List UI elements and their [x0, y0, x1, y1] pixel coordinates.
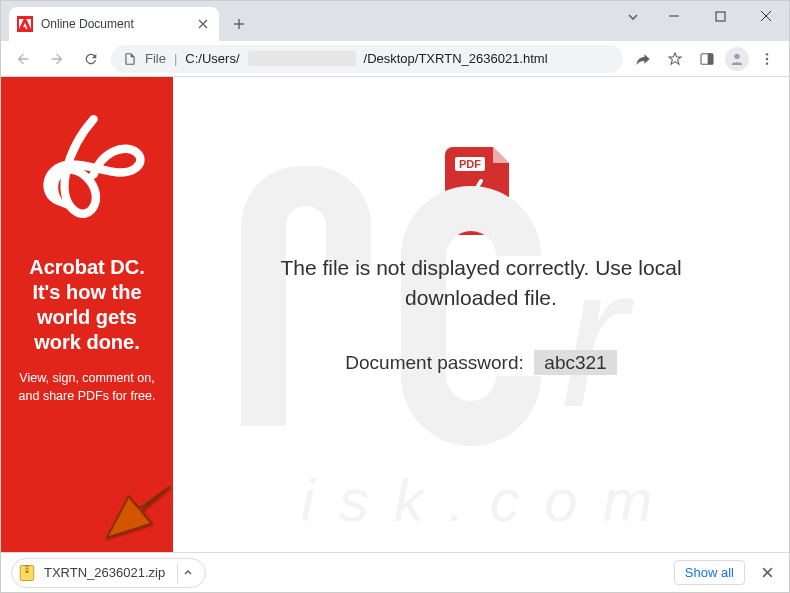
svg-rect-0: [716, 12, 725, 21]
close-shelf-button[interactable]: [755, 561, 779, 585]
svg-point-5: [766, 57, 768, 59]
svg-text:PDF: PDF: [459, 158, 481, 170]
side-panel-icon[interactable]: [693, 45, 721, 73]
profile-avatar[interactable]: [725, 47, 749, 71]
file-icon: [123, 52, 137, 66]
zip-file-icon: [18, 564, 36, 582]
minimize-button[interactable]: [651, 1, 697, 31]
svg-rect-13: [26, 567, 29, 568]
new-tab-button[interactable]: [225, 10, 253, 38]
browser-titlebar: Online Document: [1, 1, 789, 41]
download-item[interactable]: TXRTN_2636021.zip: [11, 558, 206, 588]
reload-button[interactable]: [77, 45, 105, 73]
svg-point-3: [734, 53, 739, 58]
adobe-sidebar: Acrobat DC. It's how the world gets work…: [1, 77, 173, 554]
annotation-arrow-icon: [91, 470, 181, 560]
document-area: r i s k . c o m PDF The file is not disp…: [173, 77, 789, 554]
close-icon[interactable]: [195, 16, 211, 32]
sidebar-subtext: View, sign, comment on, and share PDFs f…: [13, 369, 161, 405]
pdf-file-icon: PDF: [445, 147, 517, 235]
back-button[interactable]: [9, 45, 37, 73]
bookmark-icon[interactable]: [661, 45, 689, 73]
show-all-button[interactable]: Show all: [674, 560, 745, 585]
page-content: Acrobat DC. It's how the world gets work…: [1, 77, 789, 554]
browser-tab[interactable]: Online Document: [9, 7, 219, 41]
acrobat-swirl-icon: [22, 103, 152, 233]
download-filename: TXRTN_2636021.zip: [44, 565, 165, 580]
share-icon[interactable]: [629, 45, 657, 73]
download-shelf: TXRTN_2636021.zip Show all: [1, 552, 789, 592]
password-value: abc321: [534, 350, 616, 375]
browser-toolbar: File | C:/Users/xxxxxxxx/Desktop/TXRTN_2…: [1, 41, 789, 77]
sidebar-headline: Acrobat DC. It's how the world gets work…: [13, 255, 161, 355]
forward-button[interactable]: [43, 45, 71, 73]
download-menu-button[interactable]: [177, 563, 197, 583]
password-label: Document password:: [345, 352, 523, 373]
tab-title: Online Document: [41, 17, 187, 31]
svg-point-6: [766, 62, 768, 64]
tab-list-button[interactable]: [627, 9, 639, 27]
svg-rect-2: [708, 53, 713, 64]
close-window-button[interactable]: [743, 1, 789, 31]
maximize-button[interactable]: [697, 1, 743, 31]
adobe-logo-icon: [17, 16, 33, 32]
url-path-prefix: C:/Users/: [185, 51, 239, 66]
password-row: Document password: abc321: [345, 352, 616, 374]
window-controls: [651, 1, 789, 31]
url-scheme: File: [145, 51, 166, 66]
url-path-suffix: /Desktop/TXRTN_2636021.html: [364, 51, 548, 66]
svg-point-4: [766, 53, 768, 55]
svg-rect-14: [26, 569, 29, 570]
address-bar[interactable]: File | C:/Users/xxxxxxxx/Desktop/TXRTN_2…: [111, 45, 623, 73]
svg-text:i s k . c o m: i s k . c o m: [301, 467, 656, 526]
menu-icon[interactable]: [753, 45, 781, 73]
error-message: The file is not displayed correctly. Use…: [241, 253, 721, 314]
redacted-segment: xxxxxxxx: [248, 51, 356, 66]
